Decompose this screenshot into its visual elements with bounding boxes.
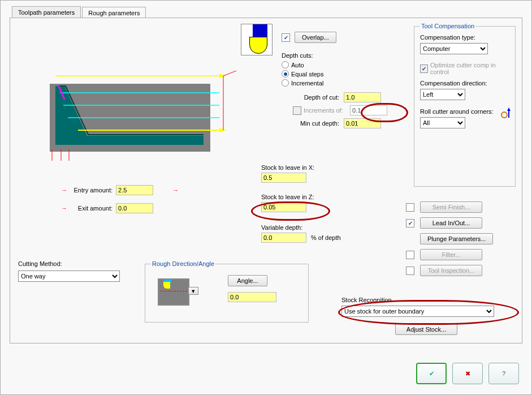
rough-tab-content: Overlap... Depth cuts: Auto Equal steps … bbox=[10, 18, 522, 344]
depth-incremental-label: Incremental bbox=[291, 80, 323, 87]
variable-depth-suffix: % of depth bbox=[311, 234, 341, 241]
depth-of-cut-label: Depth of cut: bbox=[282, 94, 344, 101]
depth-cuts-group: Depth cuts: Auto Equal steps Incremental… bbox=[282, 52, 387, 131]
rough-parameters-dialog: Toolpath parameters Rough parameters bbox=[0, 0, 532, 395]
min-cut-depth-label: Min cut depth: bbox=[282, 120, 344, 127]
angle-input[interactable] bbox=[228, 292, 276, 302]
optimize-cutter-checkbox bbox=[420, 65, 428, 73]
increments-of-checkbox bbox=[293, 106, 301, 115]
depth-auto-label: Auto bbox=[291, 62, 304, 68]
rough-diagram bbox=[33, 38, 236, 163]
entry-amount-label: Entry amount: bbox=[68, 187, 116, 194]
variable-depth-label: Variable depth: bbox=[261, 224, 341, 231]
lead-in-out-button[interactable]: Lead In/Out... bbox=[420, 217, 482, 229]
overlap-button[interactable]: Overlap... bbox=[295, 32, 336, 43]
increments-of-input bbox=[350, 105, 387, 115]
cancel-button[interactable]: ✖ bbox=[452, 363, 483, 384]
check-icon: ✔ bbox=[429, 370, 434, 377]
rough-direction-title: Rough Direction/Angle bbox=[151, 260, 215, 267]
angle-button[interactable]: Angle... bbox=[228, 275, 267, 286]
filter-checkbox[interactable] bbox=[406, 251, 414, 259]
optimize-cutter-label: Optimize cutter comp in control bbox=[430, 62, 509, 75]
tab-rough-parameters[interactable]: Rough parameters bbox=[82, 7, 146, 19]
overlap-checkbox[interactable] bbox=[282, 33, 290, 42]
depth-auto-radio[interactable] bbox=[282, 61, 289, 68]
comp-type-label: Compensation type: bbox=[420, 34, 509, 41]
tool-compensation-title: Tool Compensation bbox=[420, 23, 475, 29]
stock-recognition-select[interactable]: Use stock for outer boundary bbox=[341, 306, 494, 317]
rough-direction-group: Rough Direction/Angle ▾ Angle... bbox=[145, 260, 309, 323]
help-icon: ? bbox=[502, 370, 505, 377]
comp-direction-label: Compensation direction: bbox=[420, 80, 509, 87]
tab-toolpath-parameters[interactable]: Toolpath parameters bbox=[12, 6, 81, 18]
cutting-method-select[interactable]: One way bbox=[18, 271, 120, 282]
ok-button[interactable]: ✔ bbox=[416, 363, 447, 384]
depth-equal-label: Equal steps bbox=[291, 71, 323, 78]
stock-leave-x-label: Stock to leave in X: bbox=[261, 164, 314, 171]
svg-point-15 bbox=[501, 112, 507, 118]
filter-button: Filter... bbox=[420, 249, 482, 260]
exit-amount-input[interactable] bbox=[116, 203, 153, 213]
right-options: Semi Finish... Lead In/Out... Plunge Par… bbox=[406, 197, 493, 281]
tool-thumbnail bbox=[241, 24, 273, 55]
lead-in-out-checkbox[interactable] bbox=[406, 219, 414, 227]
svg-marker-8 bbox=[219, 128, 226, 132]
comp-direction-select[interactable]: Left bbox=[420, 89, 465, 100]
adjust-stock-button[interactable]: Adjust Stock... bbox=[395, 324, 457, 335]
semi-finish-button: Semi Finish... bbox=[420, 201, 482, 213]
entry-amount-input[interactable] bbox=[116, 185, 153, 195]
tab-strip: Toolpath parameters Rough parameters bbox=[12, 6, 147, 18]
svg-line-10 bbox=[223, 55, 236, 76]
variable-depth-input[interactable] bbox=[261, 233, 306, 243]
cutting-method-label: Cutting Method: bbox=[18, 260, 120, 267]
increments-of-label: Increments of: bbox=[304, 107, 350, 114]
stock-leave-z-label: Stock to leave in Z: bbox=[261, 194, 314, 200]
tool-compensation-group: Tool Compensation Compensation type: Com… bbox=[414, 23, 516, 187]
tool-inspection-checkbox[interactable] bbox=[406, 267, 414, 275]
rough-direction-thumbnail bbox=[158, 278, 189, 306]
depth-incremental-radio[interactable] bbox=[282, 79, 289, 87]
rough-direction-dropdown[interactable]: ▾ bbox=[188, 287, 198, 295]
svg-marker-7 bbox=[219, 74, 226, 78]
close-icon: ✖ bbox=[465, 370, 470, 377]
plunge-parameters-button[interactable]: Plunge Parameters... bbox=[420, 233, 493, 244]
depth-equal-radio[interactable] bbox=[282, 70, 289, 78]
svg-marker-17 bbox=[507, 108, 511, 111]
roll-cutter-select[interactable]: All bbox=[420, 117, 465, 128]
help-button[interactable]: ? bbox=[488, 363, 519, 384]
depth-of-cut-input[interactable] bbox=[344, 92, 381, 102]
depth-cuts-title: Depth cuts: bbox=[282, 52, 387, 59]
roll-cutter-label: Roll cutter around corners: bbox=[420, 108, 509, 115]
tool-inspection-button: Tool Inspection... bbox=[420, 265, 482, 276]
dialog-button-bar: ✔ ✖ ? bbox=[416, 363, 519, 384]
exit-amount-label: Exit amount: bbox=[68, 205, 116, 212]
stock-leave-z-input[interactable] bbox=[261, 202, 306, 212]
min-cut-depth-input[interactable] bbox=[344, 118, 381, 128]
stock-leave-x-input[interactable] bbox=[261, 173, 306, 183]
comp-direction-icon bbox=[499, 108, 512, 120]
stock-recognition-label: Stock Recognition bbox=[341, 297, 511, 303]
semi-finish-checkbox[interactable] bbox=[406, 203, 414, 212]
comp-type-select[interactable]: Computer bbox=[420, 43, 488, 54]
